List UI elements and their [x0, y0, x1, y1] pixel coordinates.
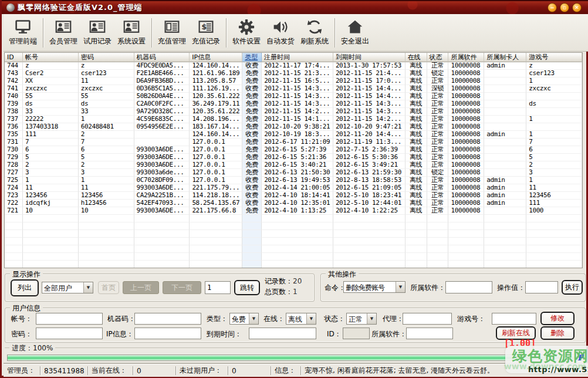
table-row-735[interactable]: 7351112124.160.14...收费2012-10-19 18:3...… [5, 131, 582, 139]
table-row-727[interactable]: 72733993003a6de...127.0.0.1免费2012-6-13 2… [5, 169, 582, 177]
chevron-down-icon[interactable]: ▼ [83, 282, 93, 293]
table-row-739[interactable]: 739dsdsC2A0C0F2FC...36.249.179.11免费2012-… [5, 100, 582, 108]
execute-button[interactable]: 执行 [562, 280, 583, 295]
ip-info-input[interactable] [134, 328, 201, 339]
empty-row[interactable] [5, 238, 582, 245]
type-dropdown[interactable]: 免费 ▼ [229, 313, 259, 325]
table-row-731[interactable]: 73177127.0.0.1免费2012-6-17 11:21:092012-1… [5, 139, 582, 146]
jump-button[interactable]: 跳转 [234, 280, 260, 295]
speaker-icon [272, 19, 289, 35]
password-input[interactable] [36, 328, 103, 339]
chevron-down-icon[interactable]: ▼ [249, 313, 258, 324]
user-filter-dropdown[interactable]: 全部用户 ▼ [42, 282, 93, 293]
software-input[interactable] [445, 281, 492, 293]
column-header-9[interactable]: 状态 [427, 53, 449, 62]
toolbar-item-refresh-system[interactable]: 刷新系统 [298, 16, 332, 49]
empty-row[interactable] [5, 215, 582, 222]
command-dropdown[interactable]: 删除免费账号 ▼ [343, 281, 405, 293]
column-header-11[interactable]: 所属制卡人 [484, 53, 526, 62]
toolbar-item-recharge-manage[interactable]: 充值管理 [155, 16, 189, 49]
machine-code-input[interactable] [134, 313, 201, 325]
table-row-740[interactable]: 740555550B26D0A4E...120.35.61.222免费2012-… [5, 93, 582, 100]
status-url[interactable]: http://www.52pojie.cn [528, 365, 588, 374]
status-dropdown[interactable]: 正常 ▼ [346, 313, 377, 325]
column-header-4[interactable]: IP信息 [190, 53, 242, 62]
toolbar-item-trial-record[interactable]: 试用记录 [80, 16, 114, 49]
table-row-724[interactable]: 7241111993003A6DE...221.175.79...收费2012-… [5, 184, 582, 192]
first-page-button[interactable]: 首页 [98, 281, 119, 294]
cell [333, 253, 405, 261]
column-header-8[interactable]: 在线 [405, 53, 427, 62]
toolbar-item-software-settings[interactable]: 软件设置 [229, 16, 263, 49]
table-row-723[interactable]: 723123456123456CA29A2251B...114.218.18..… [5, 192, 582, 200]
agent-input[interactable] [403, 313, 452, 325]
cell: 10000008 [448, 116, 484, 123]
empty-row[interactable] [5, 245, 582, 253]
cell: 739 [5, 100, 23, 108]
toolbar-item-member-manage[interactable]: 会员管理 [46, 16, 80, 49]
table-row-722[interactable]: 722idcqfkjh123456542EF47093...58.254.135… [5, 200, 582, 207]
table-row-743[interactable]: 743Cser2cser123F2E1ABE466...121.61.96.18… [5, 70, 582, 77]
column-header-5[interactable]: 类型 [242, 53, 262, 62]
cell [262, 245, 333, 253]
column-header-7[interactable]: 到期时间 [333, 53, 405, 62]
maximize-button[interactable]: ▫ [560, 3, 569, 12]
op-value-input[interactable] [525, 281, 558, 293]
cell: 740 [5, 93, 23, 100]
table-row-725[interactable]: 725110C7028DF09...127.0.0.1收费2012-6-13 1… [5, 177, 582, 184]
table-row-728[interactable]: 72822993003A6DE...127.0.0.1免费2012-6-15 3… [5, 161, 582, 169]
cell: 183.167.14... [190, 123, 242, 131]
table-row-738[interactable]: 73833339A729D328C...120.35.61.222免费2012-… [5, 108, 582, 116]
cell: 9A729D328C... [134, 108, 190, 116]
list-button[interactable]: 列出 [11, 279, 39, 296]
chevron-down-icon[interactable]: ▼ [306, 313, 316, 324]
table-row-736[interactable]: 7361374033186024884810954956E2E...183.16… [5, 123, 582, 131]
chevron-down-icon[interactable]: ▼ [367, 313, 376, 324]
empty-row[interactable] [5, 222, 582, 230]
table-row-730[interactable]: 73066993003A6DE...127.0.0.1免费2012-6-15 5… [5, 146, 582, 154]
table-row-742[interactable]: 742XX11D6A9FB36BD...113.205.8.57免费2012-1… [5, 77, 582, 85]
cell: 725 [5, 177, 23, 184]
empty-row[interactable] [5, 253, 582, 261]
minimize-button[interactable]: − [548, 3, 557, 12]
column-header-1[interactable]: 帐号 [23, 53, 79, 62]
owner-software-input[interactable] [406, 328, 453, 339]
table-row-729[interactable]: 72955993003A6DE...127.0.0.1免费2012-6-15 5… [5, 154, 582, 161]
account-input[interactable] [36, 313, 103, 325]
column-header-6[interactable]: 注册时间 [262, 53, 333, 62]
toolbar-item-auto-delivery[interactable]: 自动发货 [263, 16, 298, 49]
empty-row[interactable] [5, 261, 582, 268]
title-bar[interactable]: 飘零网络验证金盾版V2.0_管理端 − ▫ ✕ [2, 0, 588, 14]
progress-bar [7, 355, 582, 361]
toolbar-item-system-settings[interactable]: 系统设置 [114, 16, 148, 49]
cell: admin [484, 62, 526, 70]
toolbar-item-admin-frontend[interactable]: 管理前端 [6, 16, 40, 49]
delete-button[interactable]: 删除 [540, 326, 575, 340]
online-dropdown[interactable]: 离线 ▼ [286, 313, 316, 325]
close-button[interactable]: ✕ [572, 3, 582, 12]
page-number-input[interactable]: 1 [205, 281, 231, 294]
table-row-721[interactable]: 7211010993003A6DE...221.175.66.8免费2012-4… [5, 207, 582, 215]
column-header-0[interactable]: ID [5, 53, 23, 62]
column-header-10[interactable]: 所属软件 [448, 53, 484, 62]
game-number-label: 游戏号： [457, 314, 485, 324]
column-header-12[interactable]: 游戏号 [526, 53, 582, 62]
next-page-button[interactable]: 下一页 [163, 281, 201, 294]
expire-time-input[interactable] [249, 328, 316, 339]
cell [134, 245, 190, 253]
prev-page-button[interactable]: 上一页 [123, 281, 159, 294]
toolbar-item-safe-exit[interactable]: 安全退出 [338, 16, 372, 49]
cell [79, 245, 134, 253]
table-row-737[interactable]: 7372222214C59E6835C...14.208.196...免费201… [5, 116, 582, 123]
chevron-down-icon[interactable]: ▼ [396, 282, 405, 292]
cell: 2012-11-15 14:3... [262, 93, 333, 100]
empty-row[interactable] [5, 230, 582, 238]
modify-button[interactable]: 修改 [540, 312, 575, 325]
toolbar-label: 软件设置 [232, 36, 261, 46]
game-number-input[interactable] [492, 313, 536, 325]
table-row-744[interactable]: 744zz4FDC9E0DA5...124.160.14...收费2012-11… [5, 62, 582, 70]
toolbar-item-recharge-record[interactable]: $ 充值记录 [189, 16, 223, 49]
column-header-3[interactable]: 机器码 [134, 53, 190, 62]
table-row-741[interactable]: 741zxczxczxczxc0D36B5C1A5...111.126.19..… [5, 85, 582, 93]
column-header-2[interactable]: 密码 [79, 53, 134, 62]
